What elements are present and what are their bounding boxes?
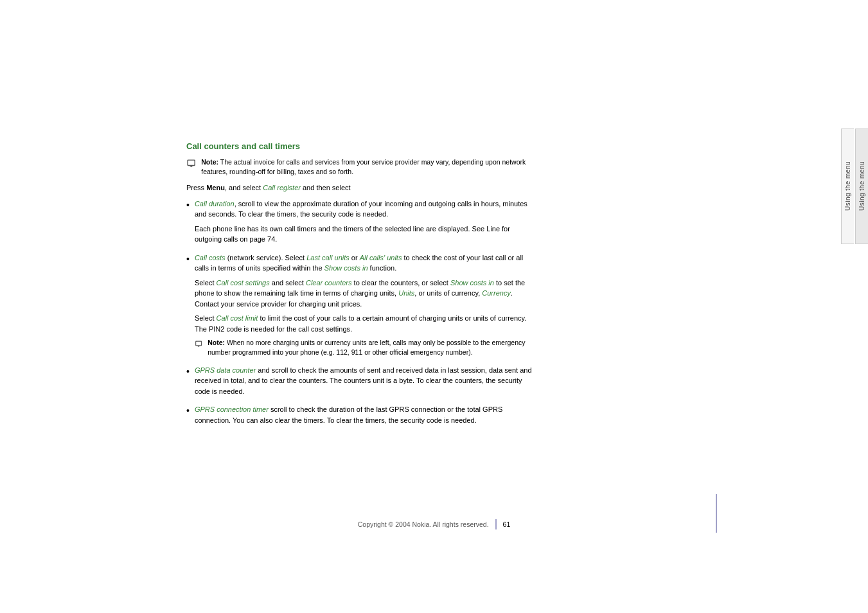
bullet-2-indent1-text: Select Call cost settings and select Cle… (195, 278, 533, 310)
bullet-content-1: Call duration, scroll to view the approx… (195, 199, 533, 249)
press-line: Press Menu, and select Call register and… (186, 182, 533, 193)
indent1-prefix: Select (195, 279, 217, 287)
note-text-2: Note: When no more charging units or cur… (208, 338, 533, 357)
footer-area: Copyright © 2004 Nokia. All rights reser… (0, 519, 868, 529)
bullet-dot-4: • (186, 405, 190, 416)
sidebar-label-inner: Using the menu (844, 161, 851, 211)
note-box-1: Note: The actual invoice for calls and s… (186, 157, 533, 176)
note-body-1: The actual invoice for calls and service… (201, 158, 526, 175)
bullet-item-4: • GPRS connection timer scroll to check … (186, 404, 533, 429)
sidebar-tab-inner: Using the menu (841, 129, 854, 244)
sidebar-tab-outer: Using the menu (855, 129, 868, 244)
note-box-2: Note: When no more charging units or cur… (195, 338, 533, 357)
page-container: Call counters and call timers Note: The … (0, 0, 868, 613)
bullet-1-para: Call duration, scroll to view the approx… (195, 199, 533, 220)
bullet-2-indent2-text: Select Call cost limit to limit the cost… (195, 313, 533, 334)
svg-marker-2 (190, 166, 193, 167)
bullet-list: • Call duration, scroll to view the appr… (186, 199, 533, 429)
footer-divider (495, 519, 497, 529)
show-costs-link: Show costs in (324, 264, 368, 272)
section-title: Call counters and call timers (186, 141, 533, 151)
footer-copyright: Copyright © 2004 Nokia. All rights reser… (358, 520, 489, 528)
bullet-dot-2: • (186, 253, 190, 265)
vertical-bar (716, 494, 717, 533)
bullet-4-para: GPRS connection timer scroll to check th… (195, 404, 533, 425)
indent1-text5: , or units of currency, (414, 289, 482, 297)
menu-bold: Menu (206, 184, 225, 191)
note2-body: When no more charging units or currency … (208, 339, 525, 356)
currency-link: Currency (482, 289, 511, 297)
bullet-2-indent1: Select Call cost settings and select Cle… (195, 278, 533, 310)
call-cost-limit-link: Call cost limit (217, 314, 258, 322)
call-register-link: Call register (263, 184, 301, 191)
all-calls-units-link: All calls' units (360, 254, 402, 262)
bullet-content-3: GPRS data counter and scroll to check th… (195, 365, 533, 401)
bullet-2-text4: function. (368, 264, 397, 272)
bullet-2-text2: or (350, 254, 360, 262)
indent2-prefix: Select (195, 314, 217, 322)
gprs-data-counter-link: GPRS data counter (195, 366, 256, 374)
svg-rect-4 (196, 342, 201, 346)
note-text-1: Note: The actual invoice for calls and s… (201, 157, 533, 176)
bullet-1-indent1: Each phone line has its own call timers … (195, 224, 533, 245)
call-duration-link: Call duration (195, 200, 235, 208)
gprs-connection-timer-link: GPRS connection timer (195, 405, 269, 413)
call-costs-link: Call costs (195, 254, 226, 262)
last-call-units-link: Last call units (306, 254, 350, 262)
bullet-content-4: GPRS connection timer scroll to check th… (195, 404, 533, 429)
bullet-dot-1: • (186, 199, 190, 211)
clear-counters-link: Clear counters (306, 279, 352, 287)
bullet-3-para: GPRS data counter and scroll to check th… (195, 365, 533, 397)
note-icon-1 (186, 157, 196, 169)
press-end: and then select (301, 184, 351, 191)
bullet-2-text1: (network service). Select (226, 254, 307, 262)
call-cost-settings-link: Call cost settings (217, 279, 270, 287)
sidebar-label-outer: Using the menu (858, 161, 865, 211)
bullet-item-1: • Call duration, scroll to view the appr… (186, 199, 533, 249)
bullet-dot-3: • (186, 366, 190, 377)
content-area: Call counters and call timers Note: The … (186, 141, 533, 433)
note-icon-2 (195, 338, 202, 350)
bullet-content-2: Call costs (network service). Select Las… (195, 253, 533, 361)
show-costs-in-link: Show costs in (450, 279, 494, 287)
bullet-item-2: • Call costs (network service). Select L… (186, 253, 533, 361)
footer-page: 61 (503, 520, 511, 528)
note2-bold: Note: (208, 339, 225, 346)
indent1-text2: and select (270, 279, 306, 287)
press-prefix: Press (186, 184, 206, 191)
press-suffix: , and select (225, 184, 263, 191)
indent1-text3: to clear the counters, or select (352, 279, 450, 287)
bullet-1-text1: , scroll to view the approximate duratio… (195, 200, 527, 218)
note-bold-1: Note: (201, 158, 218, 166)
bullet-2-para: Call costs (network service). Select Las… (195, 253, 533, 274)
svg-rect-1 (188, 161, 195, 165)
bullet-1-indent-text: Each phone line has its own call timers … (195, 224, 533, 245)
svg-marker-5 (197, 346, 200, 348)
bullet-item-3: • GPRS data counter and scroll to check … (186, 365, 533, 401)
bullet-2-indent2: Select Call cost limit to limit the cost… (195, 313, 533, 334)
units-link: Units (398, 289, 414, 297)
